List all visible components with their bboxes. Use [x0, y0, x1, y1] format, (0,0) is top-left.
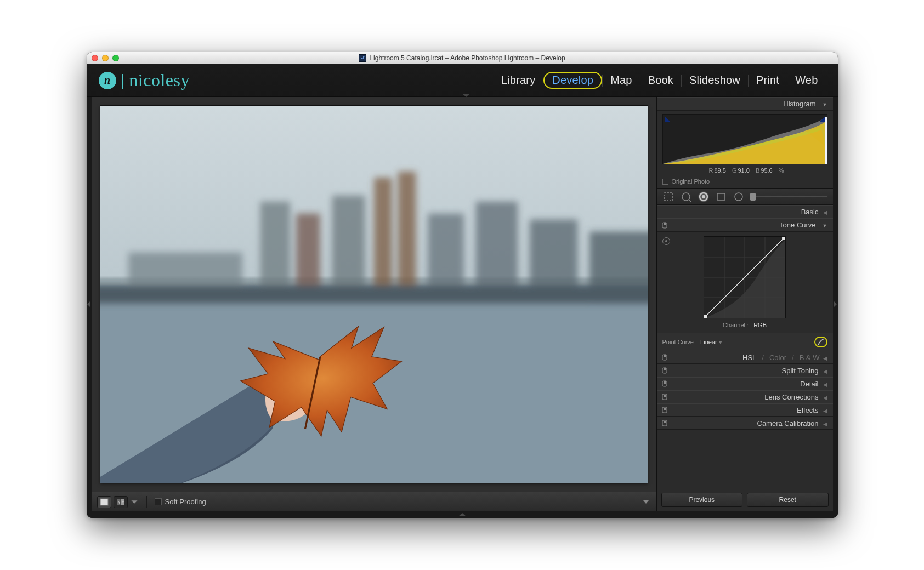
reset-button[interactable]: Reset [747, 493, 829, 507]
panel-camera-calibration[interactable]: Camera Calibration [657, 417, 833, 430]
svg-rect-4 [296, 214, 320, 292]
collapsed-triangle-icon [823, 406, 827, 414]
crop-tool[interactable] [662, 191, 674, 203]
svg-rect-43 [664, 381, 666, 384]
camera-calibration-switch[interactable] [661, 419, 668, 427]
panel-split-toning[interactable]: Split Toning [657, 364, 833, 377]
histogram[interactable] [662, 114, 827, 164]
toolbar-more-button[interactable] [641, 497, 651, 507]
svg-point-26 [735, 193, 742, 201]
edit-point-curve-button[interactable] [814, 337, 827, 347]
histogram-readout: R89.5 G91.0 B95.6 % [657, 166, 833, 177]
svg-rect-8 [428, 214, 464, 298]
panel-lens-corrections[interactable]: Lens Corrections [657, 390, 833, 403]
left-panel-collapse[interactable] [87, 97, 92, 511]
radial-filter-tool[interactable] [733, 191, 745, 203]
svg-rect-45 [664, 395, 666, 397]
checkbox-icon [662, 179, 668, 185]
minimize-window-button[interactable] [102, 55, 109, 61]
close-window-button[interactable] [92, 55, 98, 61]
collapsed-triangle-icon [823, 354, 827, 362]
panel-detail[interactable]: Detail [657, 377, 833, 390]
effects-switch[interactable] [661, 406, 668, 414]
disclosure-triangle-icon [820, 100, 827, 108]
previous-button[interactable]: Previous [661, 493, 743, 507]
point-curve-value[interactable]: Linear [700, 339, 722, 346]
image-viewer[interactable] [100, 106, 648, 483]
panel-basic[interactable]: Basic [657, 205, 833, 218]
panel-hsl[interactable]: HSL / Color / B & W [657, 351, 833, 364]
logo-badge: n [99, 72, 116, 89]
svg-point-24 [702, 195, 705, 198]
svg-rect-39 [664, 355, 666, 357]
soft-proofing-toggle[interactable]: Soft Proofing [155, 498, 206, 506]
module-book[interactable]: Book [640, 72, 681, 88]
highlight-clipping-icon[interactable] [819, 117, 825, 122]
view-mode-buttons: YY [97, 496, 139, 508]
hsl-switch[interactable] [661, 354, 668, 361]
brand-name: nicolesy [129, 70, 190, 90]
zoom-window-button[interactable] [112, 55, 119, 61]
center-toolbar: YY Soft Proofing [92, 492, 656, 511]
module-picker: Library Develop Map Book Slideshow Print… [494, 72, 826, 89]
content-area: YY Soft Proofing [87, 97, 838, 511]
svg-rect-25 [717, 193, 725, 200]
histogram-title: Histogram [783, 100, 815, 108]
svg-rect-13 [100, 286, 648, 304]
module-develop[interactable]: Develop [543, 72, 602, 89]
svg-text:Y: Y [118, 500, 121, 504]
panel-effects[interactable]: Effects [657, 403, 833, 417]
split-toning-switch[interactable] [661, 367, 668, 374]
svg-rect-47 [664, 408, 666, 410]
before-after-lr-button[interactable]: YY [114, 496, 128, 508]
point-curve-row: Point Curve : Linear [657, 333, 833, 351]
module-print[interactable]: Print [749, 72, 787, 88]
targeted-adjustment-tool[interactable] [662, 237, 670, 245]
graduated-filter-tool[interactable] [715, 191, 727, 203]
right-panel-collapse[interactable] [833, 97, 838, 511]
identity-plate: n | nicolesy [99, 70, 190, 90]
original-photo-toggle[interactable]: Original Photo [657, 177, 833, 189]
module-map[interactable]: Map [603, 72, 640, 88]
right-panel: Histogram [656, 97, 833, 511]
svg-rect-49 [664, 421, 666, 423]
collapsed-triangle-icon [823, 393, 827, 401]
svg-rect-3 [260, 202, 290, 292]
tone-curve-canvas[interactable] [704, 236, 786, 318]
shadow-clipping-icon[interactable] [665, 117, 671, 122]
panel-buttons: Previous Reset [657, 488, 833, 511]
tool-amount-slider[interactable] [753, 193, 827, 201]
soft-proofing-label: Soft Proofing [165, 498, 206, 506]
detail-switch[interactable] [661, 380, 668, 387]
redeye-tool[interactable] [698, 191, 710, 203]
svg-rect-6 [374, 178, 392, 291]
before-after-menu[interactable] [130, 496, 139, 508]
collapsed-triangle-icon [823, 419, 827, 428]
lens-corrections-switch[interactable] [661, 393, 668, 401]
channel-selector[interactable]: Channel : RGB [662, 318, 827, 329]
window-title: Lightroom 5 Catalog.lrcat – Adobe Photos… [370, 54, 565, 62]
collapsed-triangle-icon [823, 367, 827, 375]
filmstrip-collapse[interactable] [87, 511, 838, 518]
loupe-view-button[interactable] [97, 496, 111, 508]
svg-point-21 [682, 193, 690, 201]
app-window: Lightroom 5 Catalog.lrcat – Adobe Photos… [87, 52, 838, 518]
module-library[interactable]: Library [494, 72, 543, 88]
module-web[interactable]: Web [787, 72, 825, 88]
histogram-header[interactable]: Histogram [657, 97, 833, 111]
point-curve-label: Point Curve : [662, 339, 698, 345]
develop-tool-strip [657, 189, 833, 205]
checkbox-icon [155, 498, 162, 505]
svg-rect-9 [475, 202, 517, 298]
disclosure-triangle-icon [820, 221, 827, 229]
svg-rect-41 [664, 368, 666, 371]
svg-line-22 [689, 200, 691, 202]
panel-tone-curve[interactable]: Tone Curve [657, 218, 833, 232]
logo-divider: | [121, 71, 125, 90]
tone-curve-switch[interactable] [661, 221, 668, 229]
module-slideshow[interactable]: Slideshow [682, 72, 748, 88]
original-photo-label: Original Photo [672, 178, 710, 185]
tone-curve-body: Channel : RGB [657, 232, 833, 333]
spot-removal-tool[interactable] [680, 191, 692, 203]
lightroom-body: n | nicolesy Library Develop Map Book Sl… [87, 64, 838, 518]
